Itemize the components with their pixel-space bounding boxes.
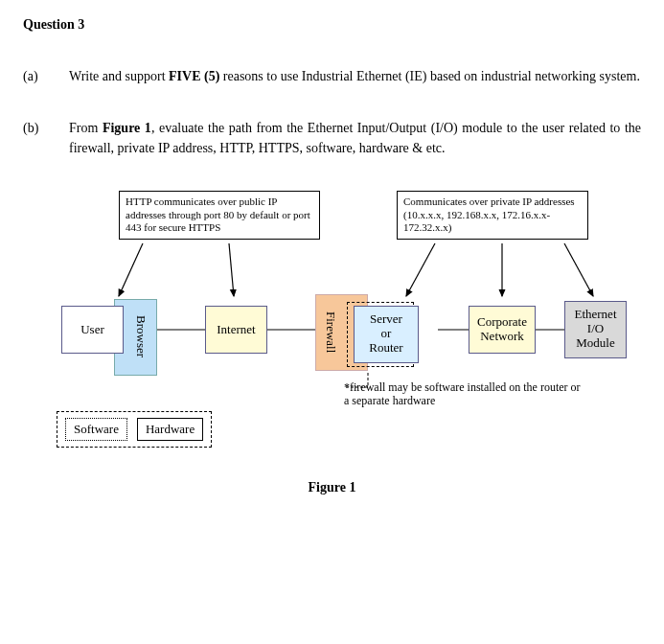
node-firewall: Firewall [322,301,339,363]
figure-caption: Figure 1 [23,480,641,495]
svg-line-4 [564,243,593,296]
legend: Software Hardware [57,411,212,448]
node-corporate: Corporate Network [469,306,536,354]
part-b-text-2: , evaluate the path from the Ethernet In… [69,121,641,154]
part-a: (a) Write and support FIVE (5) reasons t… [23,67,641,86]
svg-line-1 [229,243,234,296]
node-server: Server or Router [354,306,419,363]
node-ethernet: Ethernet I/O Module [564,301,627,358]
part-a-text-2: reasons to use Industrial Ethernet (IE) … [219,69,640,83]
part-b-text-1: From [69,121,103,135]
note-private-ip: Communicates over private IP addresses (… [397,191,588,240]
svg-line-2 [406,243,435,296]
node-user: User [61,306,124,354]
part-b-bold: Figure 1 [103,121,151,135]
svg-line-0 [119,243,143,296]
part-b-label: (b) [23,119,46,158]
figure-1: HTTP communicates over public IP address… [42,191,636,459]
part-b: (b) From Figure 1, evaluate the path fro… [23,119,641,158]
note-http: HTTP communicates over public IP address… [119,191,320,240]
part-a-text-1: Write and support [69,69,169,83]
part-a-label: (a) [23,67,46,86]
question-heading: Question 3 [23,17,641,33]
part-a-body: Write and support FIVE (5) reasons to us… [69,67,641,86]
part-a-bold: FIVE (5) [169,69,219,83]
part-b-body: From Figure 1, evaluate the path from th… [69,119,641,158]
legend-software: Software [65,418,127,441]
legend-hardware: Hardware [137,418,203,441]
firewall-label: Firewall [323,311,338,353]
node-internet: Internet [205,306,267,354]
node-browser: Browser [130,306,151,368]
firewall-footnote: *firewall may be software installed on t… [344,380,584,408]
browser-label: Browser [133,315,149,357]
